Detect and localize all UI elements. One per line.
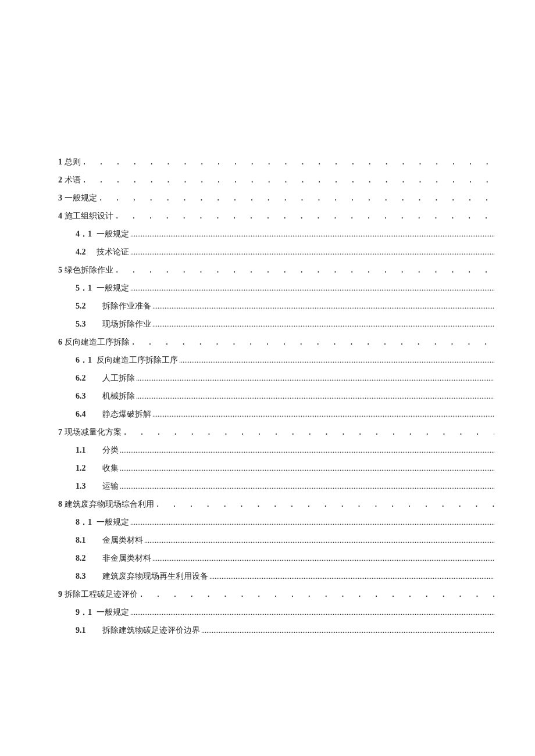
toc-leader-dots: ........................................… <box>144 536 494 545</box>
toc-entry-title: 运输 <box>102 481 119 492</box>
toc-leader-dots: ........................................… <box>136 392 494 401</box>
toc-entry: 8.2非金属类材料...............................… <box>76 553 494 564</box>
toc-entry: 8．1一般规定.................................… <box>76 517 494 528</box>
toc-entry-number: 9 <box>58 590 62 599</box>
toc-entry-title: 建筑废弃物现场综合利用 <box>65 499 154 510</box>
toc-entry-number: 8 <box>58 500 62 509</box>
toc-entry: 9拆除工程碳足迹评价. . . . . . . . . . . . . . . … <box>58 589 494 600</box>
toc-entry-title: 现场拆除作业 <box>102 319 151 329</box>
toc-entry-title: 分类 <box>102 445 119 456</box>
toc-leader-dots: ........................................… <box>120 482 494 491</box>
toc-entry-number: 3 <box>58 194 62 203</box>
toc-leader-dots: . . . . . . . . . . . . . . . . . . . . … <box>123 427 494 436</box>
toc-entry-number: 5.2 <box>76 302 95 311</box>
toc-leader-dots: ........................................… <box>209 572 494 581</box>
toc-entry-title: 现场减量化方案 <box>65 427 122 438</box>
table-of-contents: 1总则. . . . . . . . . . . . . . . . . . .… <box>58 157 494 636</box>
toc-entry-number: 1 <box>58 157 62 167</box>
toc-entry-number: 1.1 <box>76 446 95 455</box>
toc-leader-dots: . . . . . . . . . . . . . . . . . . . . … <box>131 337 494 346</box>
toc-entry-number: 9.1 <box>76 626 95 635</box>
toc-entry: 9．1一般规定.................................… <box>76 607 494 618</box>
toc-entry-number: 4 <box>58 212 62 221</box>
toc-entry-title: 一般规定 <box>65 193 97 203</box>
toc-leader-dots: ........................................… <box>130 518 494 527</box>
toc-entry-number: 5 <box>58 266 62 275</box>
toc-leader-dots: . . . . . . . . . . . . . . . . . . . . … <box>139 589 494 599</box>
toc-entry-number: 1.2 <box>76 464 95 473</box>
toc-leader-dots: . . . . . . . . . . . . . . . . . . . . … <box>82 157 494 166</box>
toc-entry-number: 9．1 <box>76 607 95 618</box>
toc-entry-title: 拆除建筑物碳足迹评价边界 <box>102 625 200 636</box>
toc-entry-title: 施工组织设计 <box>65 211 113 221</box>
toc-entry-title: 拆除工程碳足迹评价 <box>65 589 138 600</box>
toc-leader-dots: ........................................… <box>201 626 494 635</box>
toc-entry: 6.3机械拆除.................................… <box>76 391 494 402</box>
toc-entry-title: 术语 <box>65 175 81 185</box>
toc-entry-title: 一般规定 <box>97 229 129 239</box>
toc-entry-number: 6.3 <box>76 392 95 401</box>
toc-entry-number: 8.2 <box>76 554 95 563</box>
toc-entry-number: 4.2 <box>76 248 95 257</box>
toc-entry: 5绿色拆除作业. . . . . . . . . . . . . . . . .… <box>58 265 494 275</box>
toc-entry-number: 6.4 <box>76 410 95 419</box>
toc-entry-title: 反向建造工序拆除工序 <box>97 355 178 366</box>
toc-entry-number: 8.1 <box>76 536 95 545</box>
toc-leader-dots: . . . . . . . . . . . . . . . . . . . . … <box>115 211 494 220</box>
toc-leader-dots: ........................................… <box>130 608 494 617</box>
toc-entry: 1.3运输...................................… <box>76 481 494 492</box>
toc-entry-title: 一般规定 <box>97 607 129 618</box>
toc-leader-dots: . . . . . . . . . . . . . . . . . . . . … <box>98 193 494 202</box>
toc-entry: 8.1金属类材料................................… <box>76 535 494 546</box>
toc-leader-dots: ........................................… <box>130 284 494 293</box>
toc-entry-number: 1.3 <box>76 482 95 491</box>
toc-entry: 4．1一般规定.................................… <box>76 229 494 239</box>
toc-entry-number: 2 <box>58 175 62 185</box>
toc-entry: 4施工组织设计. . . . . . . . . . . . . . . . .… <box>58 211 494 221</box>
toc-entry: 6．1反向建造工序拆除工序...........................… <box>76 355 494 366</box>
toc-leader-dots: ........................................… <box>120 446 494 455</box>
toc-entry: 3一般规定. . . . . . . . . . . . . . . . . .… <box>58 193 494 203</box>
toc-entry: 6反向建造工序拆除. . . . . . . . . . . . . . . .… <box>58 337 494 347</box>
toc-entry-title: 拆除作业准备 <box>102 301 151 311</box>
toc-leader-dots: . . . . . . . . . . . . . . . . . . . . … <box>155 499 494 508</box>
toc-leader-dots: ........................................… <box>136 374 494 383</box>
toc-entry-title: 一般规定 <box>97 517 129 528</box>
toc-entry-number: 6.2 <box>76 374 95 383</box>
toc-entry: 5.2拆除作业准备...............................… <box>76 301 494 311</box>
toc-entry-number: 6 <box>58 338 62 347</box>
toc-leader-dots: ........................................… <box>152 554 494 563</box>
toc-entry: 1.1分类...................................… <box>76 445 494 456</box>
toc-entry-title: 绿色拆除作业 <box>65 265 113 275</box>
toc-entry-number: 6．1 <box>76 355 95 366</box>
toc-leader-dots: ........................................… <box>120 464 494 473</box>
toc-entry: 4.2技术论证.................................… <box>76 247 494 257</box>
toc-entry-title: 金属类材料 <box>102 535 143 546</box>
toc-leader-dots: . . . . . . . . . . . . . . . . . . . . … <box>82 175 494 184</box>
toc-entry: 9.1拆除建筑物碳足迹评价边界.........................… <box>76 625 494 636</box>
toc-entry: 1总则. . . . . . . . . . . . . . . . . . .… <box>58 157 494 167</box>
toc-entry-number: 4．1 <box>76 229 95 239</box>
toc-entry: 2术语. . . . . . . . . . . . . . . . . . .… <box>58 175 494 185</box>
toc-entry-title: 人工拆除 <box>102 373 135 384</box>
toc-entry: 5．1一般规定.................................… <box>76 283 494 293</box>
toc-entry: 7现场减量化方案. . . . . . . . . . . . . . . . … <box>58 427 494 438</box>
toc-leader-dots: ........................................… <box>130 248 494 257</box>
toc-leader-dots: ........................................… <box>152 410 494 419</box>
toc-leader-dots: . . . . . . . . . . . . . . . . . . . . … <box>115 265 494 274</box>
toc-leader-dots: ........................................… <box>152 302 494 311</box>
toc-entry: 1.2收集...................................… <box>76 463 494 474</box>
toc-entry: 6.2人工拆除.................................… <box>76 373 494 384</box>
toc-entry-title: 非金属类材料 <box>102 553 151 564</box>
toc-entry: 8建筑废弃物现场综合利用. . . . . . . . . . . . . . … <box>58 499 494 510</box>
toc-entry-title: 总则 <box>65 157 81 167</box>
toc-entry: 5.3现场拆除作业...............................… <box>76 319 494 329</box>
toc-leader-dots: ........................................… <box>179 356 494 365</box>
toc-leader-dots: ........................................… <box>130 230 494 239</box>
toc-entry-title: 反向建造工序拆除 <box>65 337 130 347</box>
toc-entry: 8.3建筑废弃物现场再生利用设备........................… <box>76 571 494 582</box>
toc-entry-title: 机械拆除 <box>102 391 135 402</box>
toc-entry: 6.4静态爆破拆解...............................… <box>76 409 494 420</box>
toc-entry-title: 收集 <box>102 463 119 474</box>
toc-entry-title: 静态爆破拆解 <box>102 409 151 420</box>
